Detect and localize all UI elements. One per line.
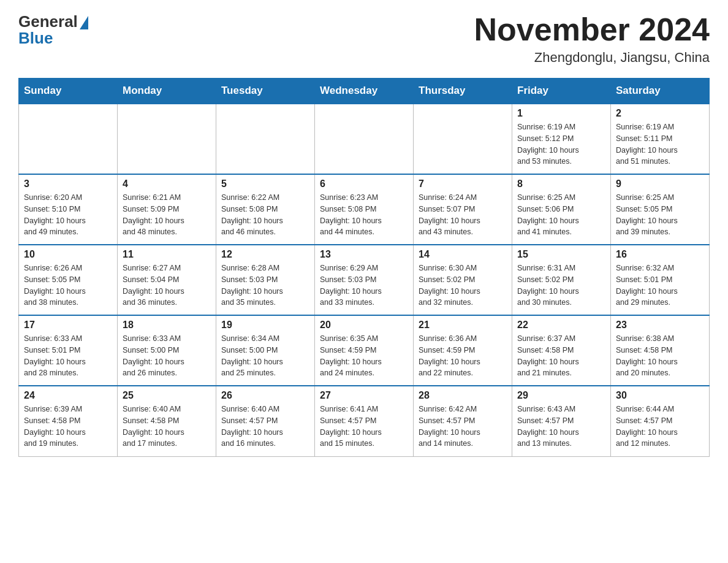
calendar-cell: 30Sunrise: 6:44 AM Sunset: 4:57 PM Dayli… [611, 386, 710, 456]
calendar-cell: 14Sunrise: 6:30 AM Sunset: 5:02 PM Dayli… [414, 245, 512, 315]
col-saturday: Saturday [611, 79, 710, 104]
logo-blue-text: Blue [18, 29, 53, 48]
calendar-cell: 2Sunrise: 6:19 AM Sunset: 5:11 PM Daylig… [611, 104, 710, 174]
day-number: 4 [123, 178, 211, 190]
day-info: Sunrise: 6:27 AM Sunset: 5:04 PM Dayligh… [123, 262, 211, 308]
calendar-cell: 17Sunrise: 6:33 AM Sunset: 5:01 PM Dayli… [19, 315, 118, 386]
day-number: 1 [517, 108, 605, 119]
day-info: Sunrise: 6:30 AM Sunset: 5:02 PM Dayligh… [419, 262, 507, 308]
day-number: 8 [517, 178, 605, 190]
page-header: General Blue November 2024 Zhengdonglu, … [18, 12, 710, 66]
day-number: 14 [419, 249, 507, 260]
day-number: 17 [24, 320, 112, 331]
week-row-2: 3Sunrise: 6:20 AM Sunset: 5:10 PM Daylig… [19, 174, 710, 245]
col-tuesday: Tuesday [216, 79, 315, 104]
week-row-3: 10Sunrise: 6:26 AM Sunset: 5:05 PM Dayli… [19, 245, 710, 315]
calendar-table: Sunday Monday Tuesday Wednesday Thursday… [18, 78, 710, 457]
calendar-cell: 20Sunrise: 6:35 AM Sunset: 4:59 PM Dayli… [315, 315, 414, 386]
day-info: Sunrise: 6:43 AM Sunset: 4:57 PM Dayligh… [517, 404, 605, 450]
calendar-cell: 15Sunrise: 6:31 AM Sunset: 5:02 PM Dayli… [512, 245, 611, 315]
day-info: Sunrise: 6:26 AM Sunset: 5:05 PM Dayligh… [24, 262, 112, 308]
day-info: Sunrise: 6:31 AM Sunset: 5:02 PM Dayligh… [517, 262, 605, 308]
calendar-cell: 8Sunrise: 6:25 AM Sunset: 5:06 PM Daylig… [512, 174, 611, 245]
calendar-cell: 27Sunrise: 6:41 AM Sunset: 4:57 PM Dayli… [315, 386, 414, 456]
day-number: 11 [123, 249, 211, 260]
day-number: 3 [24, 178, 112, 190]
day-number: 19 [221, 320, 309, 331]
col-monday: Monday [118, 79, 216, 104]
day-number: 21 [419, 320, 507, 331]
calendar-cell: 19Sunrise: 6:34 AM Sunset: 5:00 PM Dayli… [216, 315, 315, 386]
day-info: Sunrise: 6:25 AM Sunset: 5:06 PM Dayligh… [517, 192, 605, 238]
day-number: 24 [24, 390, 112, 401]
calendar-header-row: Sunday Monday Tuesday Wednesday Thursday… [19, 79, 710, 104]
logo: General Blue [18, 12, 88, 48]
calendar-cell [216, 104, 315, 174]
day-number: 27 [320, 390, 408, 401]
day-info: Sunrise: 6:22 AM Sunset: 5:08 PM Dayligh… [221, 192, 309, 238]
day-info: Sunrise: 6:28 AM Sunset: 5:03 PM Dayligh… [221, 262, 309, 308]
day-info: Sunrise: 6:37 AM Sunset: 4:58 PM Dayligh… [517, 333, 605, 379]
calendar-cell: 7Sunrise: 6:24 AM Sunset: 5:07 PM Daylig… [414, 174, 512, 245]
day-number: 6 [320, 178, 408, 190]
calendar-cell: 9Sunrise: 6:25 AM Sunset: 5:05 PM Daylig… [611, 174, 710, 245]
calendar-cell: 10Sunrise: 6:26 AM Sunset: 5:05 PM Dayli… [19, 245, 118, 315]
calendar-cell: 16Sunrise: 6:32 AM Sunset: 5:01 PM Dayli… [611, 245, 710, 315]
calendar-cell: 28Sunrise: 6:42 AM Sunset: 4:57 PM Dayli… [414, 386, 512, 456]
calendar-cell: 4Sunrise: 6:21 AM Sunset: 5:09 PM Daylig… [118, 174, 216, 245]
calendar-cell [315, 104, 414, 174]
day-number: 20 [320, 320, 408, 331]
day-number: 22 [517, 320, 605, 331]
day-info: Sunrise: 6:21 AM Sunset: 5:09 PM Dayligh… [123, 192, 211, 238]
calendar-cell: 1Sunrise: 6:19 AM Sunset: 5:12 PM Daylig… [512, 104, 611, 174]
week-row-4: 17Sunrise: 6:33 AM Sunset: 5:01 PM Dayli… [19, 315, 710, 386]
col-thursday: Thursday [414, 79, 512, 104]
day-number: 18 [123, 320, 211, 331]
day-number: 10 [24, 249, 112, 260]
calendar-cell [118, 104, 216, 174]
day-info: Sunrise: 6:38 AM Sunset: 4:58 PM Dayligh… [616, 333, 704, 379]
header-right: November 2024 Zhengdonglu, Jiangsu, Chin… [474, 12, 710, 66]
day-number: 5 [221, 178, 309, 190]
day-number: 9 [616, 178, 704, 190]
day-info: Sunrise: 6:39 AM Sunset: 4:58 PM Dayligh… [24, 404, 112, 450]
day-info: Sunrise: 6:19 AM Sunset: 5:12 PM Dayligh… [517, 121, 605, 167]
day-info: Sunrise: 6:44 AM Sunset: 4:57 PM Dayligh… [616, 404, 704, 450]
day-info: Sunrise: 6:19 AM Sunset: 5:11 PM Dayligh… [616, 121, 704, 167]
week-row-1: 1Sunrise: 6:19 AM Sunset: 5:12 PM Daylig… [19, 104, 710, 174]
day-info: Sunrise: 6:33 AM Sunset: 5:00 PM Dayligh… [123, 333, 211, 379]
day-number: 7 [419, 178, 507, 190]
day-info: Sunrise: 6:25 AM Sunset: 5:05 PM Dayligh… [616, 192, 704, 238]
calendar-cell [19, 104, 118, 174]
calendar-cell: 3Sunrise: 6:20 AM Sunset: 5:10 PM Daylig… [19, 174, 118, 245]
col-friday: Friday [512, 79, 611, 104]
col-sunday: Sunday [19, 79, 118, 104]
calendar-cell [414, 104, 512, 174]
day-number: 16 [616, 249, 704, 260]
day-info: Sunrise: 6:41 AM Sunset: 4:57 PM Dayligh… [320, 404, 408, 450]
calendar-cell: 12Sunrise: 6:28 AM Sunset: 5:03 PM Dayli… [216, 245, 315, 315]
day-number: 23 [616, 320, 704, 331]
calendar-cell: 6Sunrise: 6:23 AM Sunset: 5:08 PM Daylig… [315, 174, 414, 245]
calendar-cell: 29Sunrise: 6:43 AM Sunset: 4:57 PM Dayli… [512, 386, 611, 456]
calendar-cell: 18Sunrise: 6:33 AM Sunset: 5:00 PM Dayli… [118, 315, 216, 386]
day-info: Sunrise: 6:35 AM Sunset: 4:59 PM Dayligh… [320, 333, 408, 379]
day-number: 15 [517, 249, 605, 260]
day-number: 12 [221, 249, 309, 260]
calendar-cell: 23Sunrise: 6:38 AM Sunset: 4:58 PM Dayli… [611, 315, 710, 386]
day-number: 30 [616, 390, 704, 401]
day-info: Sunrise: 6:24 AM Sunset: 5:07 PM Dayligh… [419, 192, 507, 238]
week-row-5: 24Sunrise: 6:39 AM Sunset: 4:58 PM Dayli… [19, 386, 710, 456]
calendar-cell: 13Sunrise: 6:29 AM Sunset: 5:03 PM Dayli… [315, 245, 414, 315]
calendar-cell: 11Sunrise: 6:27 AM Sunset: 5:04 PM Dayli… [118, 245, 216, 315]
day-info: Sunrise: 6:42 AM Sunset: 4:57 PM Dayligh… [419, 404, 507, 450]
day-info: Sunrise: 6:23 AM Sunset: 5:08 PM Dayligh… [320, 192, 408, 238]
col-wednesday: Wednesday [315, 79, 414, 104]
day-info: Sunrise: 6:20 AM Sunset: 5:10 PM Dayligh… [24, 192, 112, 238]
day-number: 29 [517, 390, 605, 401]
calendar-cell: 21Sunrise: 6:36 AM Sunset: 4:59 PM Dayli… [414, 315, 512, 386]
month-title: November 2024 [474, 12, 710, 47]
day-info: Sunrise: 6:40 AM Sunset: 4:57 PM Dayligh… [221, 404, 309, 450]
day-number: 25 [123, 390, 211, 401]
day-number: 26 [221, 390, 309, 401]
